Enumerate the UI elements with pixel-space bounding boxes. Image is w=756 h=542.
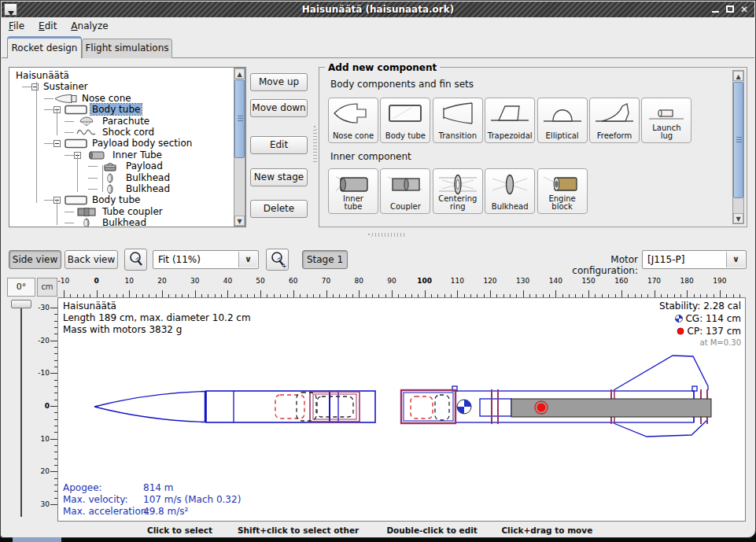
add-inner-tube-button[interactable]: Innertube bbox=[328, 168, 378, 214]
tab-rocket-design[interactable]: Rocket design bbox=[7, 36, 82, 58]
tree-expander-icon[interactable] bbox=[31, 83, 39, 90]
title-bar[interactable]: Haisunäätä (haisunaata.ork) ✕ bbox=[2, 2, 754, 17]
transition-icon bbox=[433, 100, 482, 126]
splitter-grip-vertical[interactable] bbox=[313, 125, 317, 163]
edit-button[interactable]: Edit bbox=[250, 136, 308, 154]
zoom-out-icon[interactable] bbox=[124, 249, 147, 271]
tree-item-tube-coupler[interactable]: Tube coupler bbox=[9, 206, 234, 218]
group-label: Inner component bbox=[330, 151, 411, 162]
splitter-grip-horizontal[interactable] bbox=[367, 233, 407, 237]
tree-connector bbox=[36, 82, 37, 203]
tree-item-inner-tube[interactable]: Inner Tube bbox=[9, 149, 234, 161]
rotation-slider-handle[interactable] bbox=[11, 300, 31, 308]
tree-item-body-tube[interactable]: Body tube bbox=[9, 104, 234, 116]
rotation-angle-field[interactable]: 0° bbox=[7, 278, 35, 297]
add-trapezoidal-button[interactable]: Trapezoidal bbox=[485, 98, 535, 143]
move-up-button[interactable]: Move up bbox=[250, 73, 308, 91]
tree-item-haisunäätä[interactable]: Haisunäätä bbox=[9, 70, 234, 82]
trapezoidal-fin-icon bbox=[485, 100, 534, 126]
hint-text: Click to select bbox=[147, 525, 212, 535]
tree-item-nose-cone[interactable]: Nose cone bbox=[9, 93, 234, 105]
cp-icon bbox=[677, 327, 684, 335]
move-down-button[interactable]: Move down bbox=[250, 99, 308, 117]
menu-analyze[interactable]: Analyze bbox=[64, 17, 115, 34]
maximize-icon[interactable] bbox=[724, 4, 736, 16]
motor-configuration-select[interactable]: [J115-P] ∨ bbox=[642, 250, 747, 269]
flight-value: 814 m bbox=[143, 482, 173, 493]
flight-value: 49.8 m/s² bbox=[143, 506, 188, 517]
add-centering-ring-button[interactable]: Centeringring bbox=[433, 168, 483, 214]
mach-condition: at M=0.30 bbox=[700, 338, 742, 347]
add-body-tube-button[interactable]: Body tube bbox=[380, 98, 430, 143]
zoom-select[interactable]: Fit (11%) ∨ bbox=[153, 250, 259, 269]
component-tree[interactable]: HaisunäätäSustainerNose coneBody tubePar… bbox=[9, 67, 246, 227]
hint-text: Click+drag to move bbox=[501, 525, 592, 535]
add-launch-lug-button[interactable]: Launchlug bbox=[641, 98, 691, 143]
tree-item-body-tube[interactable]: Body tube bbox=[9, 194, 234, 206]
svg-text:+: + bbox=[282, 263, 287, 270]
parachute-outline bbox=[275, 395, 304, 418]
rocket-canvas[interactable]: Haisunäätä Length 189 cm, max. diameter … bbox=[57, 297, 746, 522]
delete-button[interactable]: Delete bbox=[250, 200, 308, 218]
window-menu-icon[interactable] bbox=[4, 3, 17, 16]
elliptical-fin-icon bbox=[538, 100, 587, 126]
cp-value: CP: 137 cm bbox=[677, 326, 741, 337]
menu-edit[interactable]: Edit bbox=[31, 17, 64, 34]
add-freeform-button[interactable]: Freeform bbox=[589, 98, 640, 143]
freeform-fin-icon bbox=[590, 100, 639, 126]
centering-ring-icon bbox=[433, 171, 482, 197]
nose-cone-outline bbox=[94, 392, 205, 407]
close-icon[interactable]: ✕ bbox=[738, 4, 750, 16]
add-coupler-button[interactable]: Coupler bbox=[380, 168, 430, 214]
fin-top-outline bbox=[614, 356, 708, 390]
tree-scrollbar[interactable]: ▲ ▼ bbox=[234, 68, 245, 227]
back-view-button[interactable]: Back view bbox=[65, 250, 118, 269]
add-engine-block-button[interactable]: Engineblock bbox=[537, 168, 588, 214]
side-view-button[interactable]: Side view bbox=[9, 250, 61, 269]
tree-expander-icon[interactable] bbox=[53, 140, 61, 147]
rotation-slider-track[interactable] bbox=[20, 308, 22, 517]
component-scrollbar-thumb[interactable] bbox=[733, 82, 743, 198]
tree-scrollbar-thumb[interactable] bbox=[234, 79, 245, 158]
vertical-ruler: -30-20-100102030 bbox=[37, 297, 57, 521]
chevron-down-icon[interactable]: ∨ bbox=[238, 252, 257, 267]
tab-flight-simulations[interactable]: Flight simulations bbox=[82, 39, 172, 58]
tree-item-bulkhead[interactable]: Bulkhead bbox=[9, 217, 234, 227]
tree-item-bulkhead[interactable]: Bulkhead bbox=[9, 172, 234, 184]
motor-configuration-value: [J115-P] bbox=[647, 254, 684, 265]
tree-item-payload-body-section[interactable]: Payload body section bbox=[9, 138, 234, 149]
body-tube-outline bbox=[206, 391, 375, 422]
chevron-down-icon[interactable]: ∨ bbox=[726, 252, 745, 267]
tree-item-sustainer[interactable]: Sustainer bbox=[9, 81, 234, 93]
scroll-up-icon[interactable]: ▲ bbox=[234, 68, 245, 79]
minimize-icon[interactable] bbox=[709, 4, 721, 16]
motor-configuration-label: Motor configuration: bbox=[544, 254, 638, 276]
rocket-name: Haisunäätä bbox=[63, 300, 116, 312]
flight-label: Max. velocity: bbox=[63, 494, 128, 505]
add-elliptical-button[interactable]: Elliptical bbox=[537, 98, 588, 143]
tree-item-parachute[interactable]: Parachute bbox=[9, 116, 234, 127]
unit-label: cm bbox=[37, 278, 57, 297]
hint-bar: Click to selectShift+click to select oth… bbox=[2, 525, 754, 537]
scroll-down-icon[interactable]: ▼ bbox=[234, 216, 245, 226]
tree-item-bulkhead[interactable]: Bulkhead bbox=[9, 183, 234, 195]
component-scrollbar[interactable]: ▲ ▼ bbox=[732, 70, 744, 224]
scroll-down-icon[interactable]: ▼ bbox=[733, 213, 743, 223]
zoom-in-icon[interactable]: + bbox=[266, 249, 289, 271]
shock-cord-outline bbox=[435, 395, 449, 420]
add-component-title: Add new component bbox=[325, 62, 440, 73]
menu-bar: FileEditAnalyze bbox=[2, 17, 754, 35]
tree-item-payload[interactable]: Payload bbox=[9, 160, 234, 172]
add-bulkhead-button[interactable]: Bulkhead bbox=[485, 168, 535, 214]
stage-1-toggle[interactable]: Stage 1 bbox=[302, 250, 348, 269]
add-nose-cone-button[interactable]: Nose cone bbox=[328, 98, 378, 143]
coupler-icon bbox=[381, 171, 430, 197]
new-stage-button[interactable]: New stage bbox=[250, 168, 308, 186]
menu-file[interactable]: File bbox=[2, 17, 31, 34]
add-transition-button[interactable]: Transition bbox=[433, 98, 483, 143]
tree-item-shock-cord[interactable]: Shock cord bbox=[9, 127, 234, 138]
scroll-up-icon[interactable]: ▲ bbox=[733, 71, 743, 81]
flight-value: 107 m/s (Mach 0.32) bbox=[143, 494, 241, 505]
launchlug-icon bbox=[642, 100, 691, 126]
horizontal-ruler: -100102030405060708090100110120130140150… bbox=[57, 276, 746, 297]
